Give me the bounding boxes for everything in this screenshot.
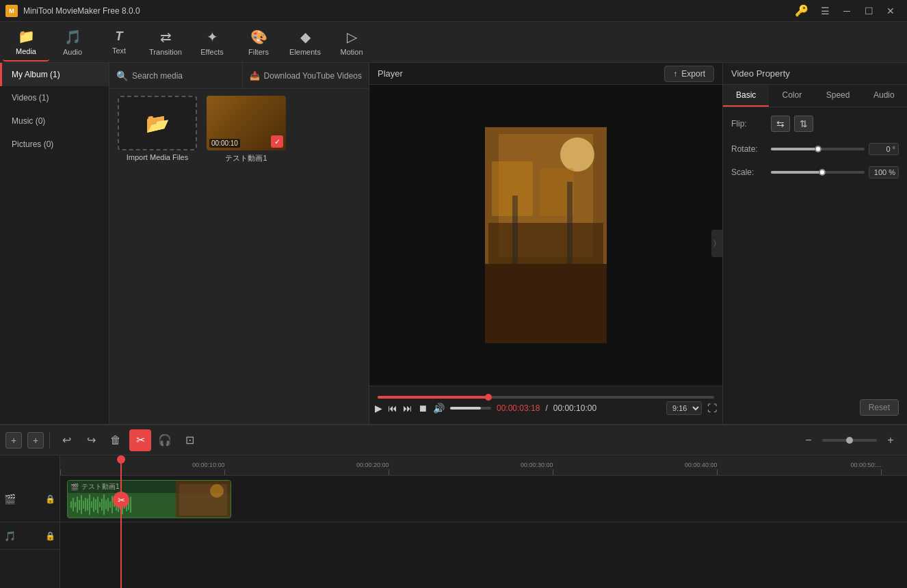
toolbar-elements-label: Elements [289, 48, 321, 56]
volume-bar[interactable] [450, 407, 491, 410]
toolbar-transition[interactable]: ⇄ Transition [142, 23, 189, 62]
tab-basic[interactable]: Basic [723, 85, 769, 107]
total-time: 00:00:10:00 [553, 403, 596, 413]
toolbar-motion[interactable]: ▷ Motion [328, 23, 375, 62]
folder-icon: 📂 [146, 112, 170, 135]
zoom-out-button[interactable]: − [798, 429, 819, 451]
maximize-button[interactable]: ☐ [858, 0, 880, 22]
crop-button[interactable]: ⊡ [179, 429, 200, 451]
video-label: テスト動画1 [225, 153, 267, 163]
undo-button[interactable]: ↩ [55, 429, 77, 451]
download-icon: 📥 [250, 71, 260, 81]
key-icon[interactable]: 🔑 [795, 4, 809, 17]
reset-button[interactable]: Reset [860, 399, 899, 416]
video-track: 🎬 テスト動画1 [60, 476, 907, 522]
import-media-item[interactable]: 📂 Import Media Files [116, 96, 198, 163]
audio-icon: 🎵 [64, 29, 81, 45]
toolbar-audio-label: Audio [63, 48, 82, 56]
toolbar-audio[interactable]: 🎵 Audio [49, 23, 96, 62]
minimize-button[interactable]: ─ [836, 0, 858, 22]
audio-track-lock[interactable]: 🔒 [45, 531, 55, 541]
video-scene [485, 127, 607, 343]
zoom-slider[interactable] [822, 439, 877, 442]
rotate-slider-fill [771, 148, 818, 150]
delete-button[interactable]: 🗑 [105, 429, 127, 451]
progress-fill [378, 396, 488, 399]
zoom-thumb [846, 437, 853, 444]
add-audio-track-button[interactable]: + [27, 432, 44, 449]
prev-frame-button[interactable]: ⏮ [388, 403, 397, 414]
play-button[interactable]: ▶ [375, 403, 382, 414]
player-header: Player ↑ Export [369, 63, 722, 85]
scissors-overlay: ✂ [113, 492, 129, 508]
playhead[interactable] [120, 455, 122, 588]
flip-vertical-button[interactable]: ⇅ [794, 116, 813, 132]
volume-button[interactable]: 🔊 [433, 403, 445, 414]
detach-audio-button[interactable]: 🎧 [154, 429, 176, 451]
zoom-in-button[interactable]: + [880, 429, 902, 451]
stop-button[interactable]: ⏹ [418, 403, 428, 414]
sidebar-item-my-album[interactable]: My Album (1) [0, 63, 109, 86]
audio-track [60, 522, 907, 550]
aspect-ratio-select[interactable]: 9:16 [666, 401, 702, 415]
menu-button[interactable]: ☰ [814, 0, 836, 22]
download-youtube-button[interactable]: 📥 Download YouTube Videos [243, 63, 369, 88]
scale-value[interactable]: 100 % [869, 166, 899, 178]
tab-speed[interactable]: Speed [815, 85, 861, 107]
toolbar-text[interactable]: T Text [96, 23, 142, 62]
next-frame-button[interactable]: ⏭ [403, 403, 412, 414]
collapse-panel-button[interactable]: 〉 [711, 230, 722, 257]
export-button[interactable]: ↑ Export [664, 66, 714, 82]
toolbar-media[interactable]: 📁 Media [3, 23, 49, 62]
reset-container: Reset [731, 386, 899, 416]
media-toolbar: 🔍 Search media 📥 Download YouTube Videos [109, 63, 369, 89]
svg-point-2 [560, 137, 594, 172]
redo-button[interactable]: ↪ [80, 429, 102, 451]
flip-horizontal-button[interactable]: ⇆ [771, 116, 790, 132]
scale-row: Scale: 100 % [731, 166, 899, 178]
svg-rect-8 [567, 182, 573, 264]
search-media-button[interactable]: 🔍 Search media [109, 63, 243, 88]
time-separator: / [545, 403, 547, 413]
toolbar-effects[interactable]: ✦ Effects [189, 23, 235, 62]
ruler-mark-20: 00:00:20:00 [389, 470, 389, 475]
scale-slider[interactable] [771, 171, 865, 174]
video-clip[interactable]: 🎬 テスト動画1 [67, 480, 231, 518]
close-button[interactable]: ✕ [880, 0, 902, 22]
toolbar-elements[interactable]: ◆ Elements [282, 23, 328, 62]
left-panel: My Album (1) Videos (1) Music (0) Pictur… [0, 63, 109, 424]
add-video-track-button[interactable]: + [5, 432, 22, 449]
svg-point-11 [210, 484, 224, 498]
flip-row: Flip: ⇆ ⇅ [731, 116, 899, 132]
video-check-mark: ✓ [271, 135, 283, 148]
video-container [369, 85, 722, 386]
scale-slider-thumb [819, 169, 826, 176]
toolbar-media-label: Media [16, 47, 36, 55]
sidebar-item-videos[interactable]: Videos (1) [0, 86, 109, 109]
rotate-slider[interactable] [771, 148, 865, 150]
titlebar: M MiniTool MovieMaker Free 8.0.0 🔑 ☰ ─ ☐… [0, 0, 907, 22]
scale-slider-fill [771, 171, 822, 174]
search-icon: 🔍 [116, 70, 128, 81]
sidebar-item-music[interactable]: Music (0) [0, 109, 109, 133]
tab-audio[interactable]: Audio [861, 85, 907, 107]
video-track-lock[interactable]: 🔒 [45, 494, 55, 504]
ruler-mark-10: 00:00:10:00 [224, 470, 225, 475]
split-button[interactable]: ✂ [129, 429, 151, 451]
rotate-slider-thumb [815, 146, 821, 152]
download-label: Download YouTube Videos [264, 71, 362, 81]
progress-bar[interactable] [378, 396, 714, 399]
toolbar-filters[interactable]: 🎨 Filters [235, 23, 282, 62]
video-media-item[interactable]: 00:00:10 ✓ テスト動画1 [205, 96, 287, 163]
timeline: + + ↩ ↪ 🗑 ✂ 🎧 ⊡ − + 🎬 🔒 🎵 🔒 [0, 424, 907, 588]
timeline-tracks: 🎬 テスト動画1 [60, 476, 907, 588]
sidebar-item-pictures[interactable]: Pictures (0) [0, 133, 109, 156]
rotate-value[interactable]: 0 ° [869, 143, 899, 155]
tab-color[interactable]: Color [769, 85, 815, 107]
playhead-head [117, 455, 125, 464]
window-controls: ☰ ─ ☐ ✕ [814, 0, 902, 22]
property-content: Flip: ⇆ ⇅ Rotate: 0 ° Scale: [723, 107, 907, 424]
fullscreen-button[interactable]: ⛶ [707, 403, 717, 414]
video-property-title: Video Property [723, 63, 907, 85]
video-preview [485, 127, 607, 343]
